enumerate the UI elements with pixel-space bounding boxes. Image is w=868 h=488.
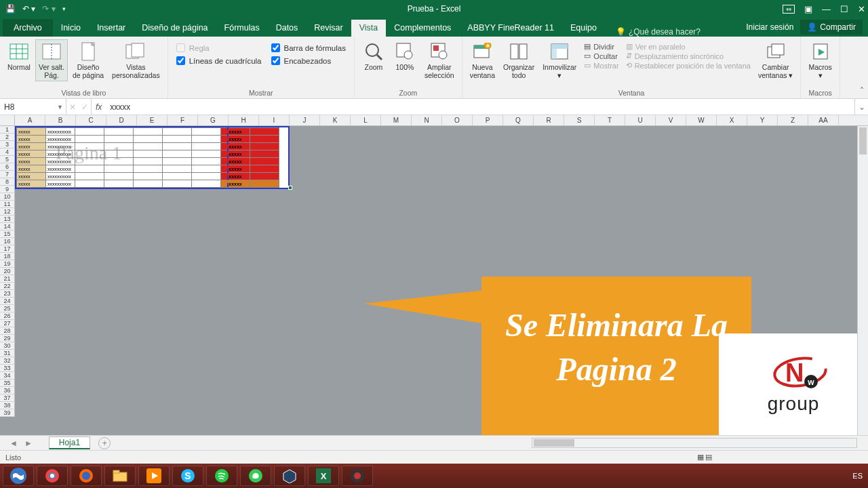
ruler-checkbox[interactable]: Regla	[176, 43, 262, 52]
col-header[interactable]: A	[15, 115, 45, 125]
col-header[interactable]: B	[45, 115, 76, 125]
taskbar-chrome[interactable]	[37, 466, 68, 486]
col-header[interactable]: J	[290, 115, 320, 125]
freeze-panes-button[interactable]: Inmovilizar▾	[539, 39, 580, 81]
tab-data[interactable]: Datos	[268, 20, 307, 37]
tab-team[interactable]: Equipo	[562, 20, 605, 37]
row-header[interactable]: 17	[0, 245, 15, 253]
page-break-preview-button[interactable]: Ver salt. Pág.	[35, 39, 68, 81]
view-normal-icon[interactable]: ▦	[697, 453, 704, 462]
row-header[interactable]: 12	[0, 208, 15, 216]
row-header[interactable]: 11	[0, 201, 15, 208]
row-header[interactable]: 2	[0, 134, 15, 141]
view-pagelayout-icon[interactable]: ▤	[705, 453, 712, 462]
tab-view[interactable]: Vista	[351, 20, 387, 37]
col-header[interactable]: F	[167, 115, 198, 125]
sheet-nav-next-icon[interactable]: ►	[24, 439, 33, 448]
select-all-corner[interactable]	[0, 115, 15, 125]
col-header[interactable]: Y	[747, 115, 778, 125]
qat-more-icon[interactable]: ▾	[62, 5, 66, 12]
row-header[interactable]: 1	[0, 126, 15, 134]
row-header[interactable]: 23	[0, 290, 15, 298]
macros-button[interactable]: Macros▾	[805, 39, 835, 81]
tab-home[interactable]: Inicio	[53, 20, 89, 37]
row-header[interactable]: 27	[0, 320, 15, 327]
new-window-button[interactable]: ★Nueva ventana	[467, 39, 498, 81]
tab-insert[interactable]: Insertar	[89, 20, 134, 37]
row-header[interactable]: 28	[0, 327, 15, 335]
split-button[interactable]: ▤Dividir	[584, 42, 618, 51]
row-header[interactable]: 35	[0, 380, 15, 387]
arrange-all-button[interactable]: Organizar todo	[500, 39, 538, 81]
collapse-ribbon-icon[interactable]: ˄	[860, 86, 864, 96]
tab-addins[interactable]: Complementos	[386, 20, 459, 37]
maximize-icon[interactable]: ☐	[840, 4, 848, 14]
row-header[interactable]: 3	[0, 141, 15, 148]
row-header[interactable]: 30	[0, 342, 15, 350]
expand-formula-icon[interactable]: ⌄	[854, 99, 868, 115]
row-header[interactable]: 6	[0, 163, 15, 171]
formula-input[interactable]: xxxxx	[106, 99, 854, 115]
taskbar-explorer[interactable]	[104, 466, 136, 486]
row-header[interactable]: 8	[0, 178, 15, 186]
col-header[interactable]: H	[229, 115, 259, 125]
col-header[interactable]: U	[625, 115, 656, 125]
col-header[interactable]: M	[381, 115, 412, 125]
col-header[interactable]: I	[259, 115, 290, 125]
zoom-100-button[interactable]: 100%	[390, 39, 420, 73]
row-header[interactable]: 26	[0, 312, 15, 320]
row-header[interactable]: 19	[0, 260, 15, 268]
headings-checkbox[interactable]: Encabezados	[271, 56, 346, 65]
col-header[interactable]: Z	[778, 115, 808, 125]
zoom-selection-button[interactable]: Ampliar selección	[421, 39, 458, 81]
tab-review[interactable]: Revisar	[306, 20, 351, 37]
cancel-formula-icon[interactable]: ✕	[69, 102, 76, 112]
fx-icon[interactable]: fx	[92, 99, 106, 115]
zoom-button[interactable]: Zoom	[359, 39, 389, 73]
row-header[interactable]: 24	[0, 298, 15, 305]
col-header[interactable]: G	[198, 115, 229, 125]
taskbar-recorder[interactable]	[342, 466, 373, 486]
taskbar-excel[interactable]: X	[308, 466, 339, 486]
row-header[interactable]: 18	[0, 253, 15, 260]
col-header[interactable]: D	[106, 115, 137, 125]
row-header[interactable]: 36	[0, 387, 15, 394]
save-icon[interactable]: 💾	[5, 4, 16, 14]
taskbar-spotify[interactable]	[206, 466, 237, 486]
col-header[interactable]: W	[686, 115, 717, 125]
col-header[interactable]: N	[412, 115, 442, 125]
minimize-icon[interactable]: —	[822, 4, 831, 14]
row-header[interactable]: 10	[0, 193, 15, 201]
col-header[interactable]: R	[534, 115, 564, 125]
sign-in[interactable]: Iniciar sesión	[746, 22, 793, 32]
sheet-nav-prev-icon[interactable]: ◄	[9, 439, 18, 448]
custom-views-button[interactable]: Vistas personalizadas	[108, 39, 163, 81]
switch-windows-button[interactable]: Cambiar ventanas ▾	[755, 39, 797, 81]
start-button[interactable]	[3, 466, 34, 486]
row-header[interactable]: 15	[0, 230, 15, 238]
enter-formula-icon[interactable]: ✓	[81, 102, 88, 112]
horizontal-scrollbar[interactable]	[532, 438, 857, 448]
formula-bar-checkbox[interactable]: Barra de fórmulas	[271, 43, 346, 52]
normal-view-button[interactable]: Normal	[4, 39, 34, 73]
close-icon[interactable]: ✕	[858, 4, 865, 14]
col-header[interactable]: T	[595, 115, 625, 125]
row-header[interactable]: 22	[0, 283, 15, 290]
col-header[interactable]: AA	[808, 115, 839, 125]
page-layout-button[interactable]: Diseño de página	[69, 39, 107, 81]
taskbar-whatsapp[interactable]	[240, 466, 271, 486]
col-header[interactable]: K	[320, 115, 351, 125]
col-header[interactable]: O	[442, 115, 473, 125]
col-header[interactable]: L	[351, 115, 381, 125]
add-sheet-button[interactable]: +	[98, 437, 111, 449]
tab-formulas[interactable]: Fórmulas	[216, 20, 268, 37]
taskbar-language[interactable]: ES	[852, 472, 863, 480]
row-header[interactable]: 25	[0, 305, 15, 312]
display-mode-icon[interactable]: ⇔	[783, 5, 795, 14]
row-header[interactable]: 4	[0, 148, 15, 156]
row-header[interactable]: 21	[0, 275, 15, 283]
taskbar-virtualbox[interactable]	[274, 466, 305, 486]
row-header[interactable]: 16	[0, 238, 15, 245]
row-header[interactable]: 31	[0, 350, 15, 357]
row-header[interactable]: 13	[0, 216, 15, 223]
